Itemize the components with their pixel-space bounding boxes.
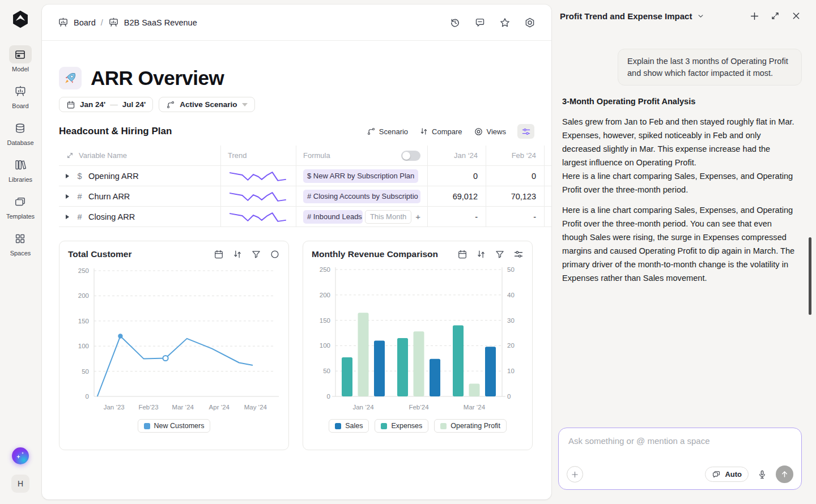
- table-row-formula[interactable]: $ New ARR by Subscription Plan: [296, 166, 428, 186]
- funnel-icon: [495, 249, 505, 259]
- send-button[interactable]: [776, 465, 793, 483]
- section-actions: Scenario Compare Views: [367, 124, 534, 139]
- chart-compare-button[interactable]: [232, 249, 243, 259]
- table-row-trend[interactable]: [221, 166, 296, 186]
- chart-compare-button[interactable]: [476, 249, 486, 259]
- table-row-trend[interactable]: [221, 186, 296, 207]
- app-logo-icon[interactable]: [10, 9, 31, 29]
- sidebar-item-label: Database: [7, 139, 33, 146]
- compare-icon: [476, 249, 486, 259]
- table-row-trend[interactable]: [221, 207, 296, 227]
- views-button[interactable]: Views: [474, 127, 506, 136]
- table-row-formula[interactable]: # Closing Accounts by Subscriptio: [296, 186, 428, 207]
- attach-button[interactable]: [567, 466, 583, 482]
- scenario-selector[interactable]: Active Scenario: [159, 97, 254, 112]
- monthly-revenue-bar-chart[interactable]: 00501010020150302004025050Jan ‘24Feb‘24M…: [312, 263, 524, 415]
- column-header-trend[interactable]: Trend: [221, 146, 296, 166]
- voice-input-button[interactable]: [757, 469, 767, 480]
- arrow-up-icon: [780, 469, 789, 479]
- calendar-icon: [214, 249, 224, 259]
- chart-filter-button[interactable]: [251, 249, 261, 259]
- table-cell-feb[interactable]: 0: [486, 166, 545, 186]
- expand-caret-icon[interactable]: [66, 194, 69, 199]
- comments-button[interactable]: [474, 17, 486, 28]
- column-header-formula[interactable]: Formula: [296, 146, 428, 166]
- legend-item[interactable]: Sales: [329, 419, 369, 433]
- chart-filter-button[interactable]: [495, 249, 505, 259]
- sidebar-item-model[interactable]: Model: [9, 45, 32, 72]
- trend-sparkline: [228, 169, 288, 183]
- ai-assistant-button[interactable]: [12, 447, 29, 464]
- legend-swatch: [440, 423, 447, 429]
- bar: [374, 340, 385, 396]
- table-cell-feb[interactable]: -: [486, 207, 545, 227]
- table-cell-jan[interactable]: 0: [428, 166, 486, 186]
- sidebar-item-spaces[interactable]: Spaces: [9, 229, 32, 257]
- expand-caret-icon[interactable]: [66, 174, 69, 178]
- board-icon: [108, 17, 119, 28]
- formula-toggle[interactable]: [401, 151, 420, 161]
- sidebar-item-database[interactable]: Database: [7, 119, 33, 146]
- scenario-label: Active Scenario: [180, 100, 237, 109]
- compare-button[interactable]: Compare: [419, 127, 462, 136]
- favorite-button[interactable]: [499, 17, 511, 28]
- bar: [430, 359, 440, 396]
- formula-pill[interactable]: $ New ARR by Subscription Plan: [303, 169, 418, 183]
- sidebar-item-libraries[interactable]: Libraries: [8, 156, 32, 183]
- table-cell-jan[interactable]: -: [428, 207, 486, 227]
- chat-title-selector[interactable]: Profit Trend and Expense Impact: [560, 11, 705, 21]
- legend-item[interactable]: New Customers: [138, 419, 211, 433]
- chat-scrollbar[interactable]: [809, 237, 811, 315]
- expand-caret-icon[interactable]: [66, 215, 69, 219]
- x-axis-tick: Mar ‘24: [464, 404, 486, 411]
- expand-panel-button[interactable]: [770, 11, 780, 21]
- table-row-variable-name[interactable]: # Churn ARR: [59, 186, 221, 207]
- column-header-jan24[interactable]: Jan ‘24: [428, 146, 486, 166]
- table-cell-jan[interactable]: 69,012: [428, 186, 486, 207]
- formula-pill[interactable]: # Closing Accounts by Subscriptio: [303, 190, 420, 203]
- expand-icon: [770, 11, 780, 21]
- breadcrumb-board[interactable]: Board: [74, 18, 96, 27]
- variable-name: Churn ARR: [88, 192, 130, 201]
- breadcrumb: Board / B2B SaaS Revenue: [58, 17, 197, 28]
- sidebar-item-board[interactable]: Board: [9, 82, 32, 109]
- breadcrumb-current[interactable]: B2B SaaS Revenue: [124, 18, 197, 27]
- close-panel-button[interactable]: [791, 11, 801, 21]
- chart-calendar-button[interactable]: [457, 249, 468, 259]
- table-row-variable-name[interactable]: # Closing ARR: [59, 207, 221, 227]
- y-axis-left-tick: 50: [323, 368, 330, 374]
- sidebar-item-templates[interactable]: Templates: [6, 193, 35, 220]
- chat-title: Profit Trend and Expense Impact: [560, 11, 692, 21]
- total-customer-line-chart[interactable]: 050100150200250Jan ‘23Feb‘23Mar ‘24Apr ‘…: [68, 263, 280, 415]
- resize-icon[interactable]: [66, 151, 74, 160]
- column-header-feb24[interactable]: Feb ‘24: [486, 146, 545, 166]
- chart-settings-button[interactable]: [513, 249, 524, 259]
- board-icon: [58, 17, 69, 28]
- mode-label: Auto: [725, 470, 742, 479]
- date-range-picker[interactable]: Jan 24' — Jul 24': [59, 97, 153, 112]
- chat-input[interactable]: [567, 435, 793, 446]
- table-row-formula[interactable]: # Inbound Leads This Month +: [296, 207, 428, 227]
- formula-pill[interactable]: # Inbound Leads: [303, 210, 363, 224]
- table-cell-feb[interactable]: 70,123: [486, 186, 545, 207]
- bar: [453, 326, 464, 396]
- settings-button[interactable]: [524, 17, 536, 28]
- legend-item[interactable]: Expenses: [375, 419, 428, 433]
- avatar[interactable]: H: [11, 475, 29, 493]
- table-filter-button[interactable]: [517, 124, 534, 139]
- new-chat-button[interactable]: [749, 11, 759, 21]
- chart-options-button[interactable]: [270, 249, 280, 259]
- formula-modifier-pill[interactable]: This Month: [365, 210, 411, 224]
- column-header-variable-name[interactable]: Variable Name: [59, 146, 221, 166]
- y-axis-right-tick: 0: [507, 393, 511, 400]
- history-button[interactable]: [449, 17, 461, 28]
- add-formula-term-button[interactable]: +: [415, 212, 420, 221]
- table-row-variable-name[interactable]: $ Opening ARR: [59, 166, 221, 186]
- chart-calendar-button[interactable]: [214, 249, 224, 259]
- legend-item[interactable]: Operating Profit: [434, 419, 507, 433]
- page-emoji[interactable]: [59, 67, 82, 89]
- funnel-icon: [251, 249, 261, 259]
- scenario-button[interactable]: Scenario: [367, 127, 408, 136]
- date-separator: —: [110, 100, 118, 109]
- mode-selector[interactable]: Auto: [705, 467, 749, 482]
